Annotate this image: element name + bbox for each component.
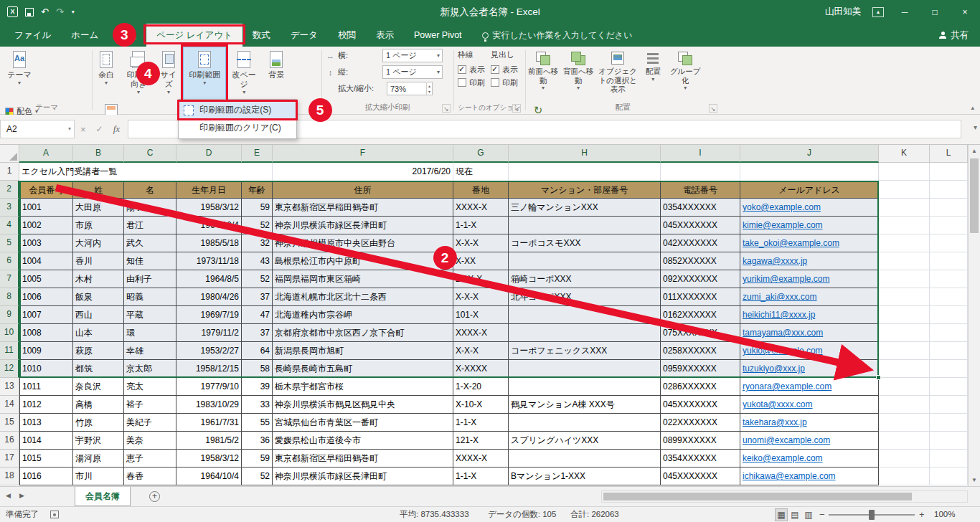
cell-J2[interactable]: メールアドレス xyxy=(740,181,879,199)
cell-H2[interactable]: マンション・部屋番号 xyxy=(509,181,661,199)
cell-H8[interactable]: 北斗コーポXXX xyxy=(509,288,661,306)
cell-K14[interactable] xyxy=(879,396,930,414)
row-header-15[interactable]: 15 xyxy=(0,414,19,432)
cell-I5[interactable]: 042XXXXXXX xyxy=(661,234,740,252)
excel-app-icon[interactable]: X xyxy=(7,6,18,17)
cell-A2[interactable]: 会員番号 xyxy=(19,181,73,199)
cell-D6[interactable]: 1973/11/18 xyxy=(176,252,242,270)
cell-B2[interactable]: 姓 xyxy=(73,181,124,199)
cell-A12[interactable]: 1010 xyxy=(19,360,73,378)
email-link[interactable]: ichikawa@example.com xyxy=(743,471,836,481)
selection-pane-button[interactable]: オブジェクトの選択と表示 xyxy=(597,47,639,100)
email-link[interactable]: take_okoi@example.com xyxy=(743,238,839,248)
cell-E16[interactable]: 36 xyxy=(242,432,273,450)
cell-D7[interactable]: 1964/8/5 xyxy=(176,270,242,288)
cell-C18[interactable]: 春香 xyxy=(124,468,176,485)
cell-I9[interactable]: 0162XXXXXX xyxy=(661,306,740,324)
email-link[interactable]: yukota@xxxx.com xyxy=(743,399,813,409)
cell-K8[interactable] xyxy=(879,288,930,306)
cell-H12[interactable] xyxy=(509,360,661,378)
cell-J3[interactable]: yoko@example.com xyxy=(740,199,879,217)
email-link[interactable]: keiko@example.com xyxy=(743,453,823,463)
cell-J7[interactable]: yurikim@example.com xyxy=(740,270,879,288)
cell-C6[interactable]: 知佳 xyxy=(124,252,176,270)
cell-J10[interactable]: tamayama@xxx.com xyxy=(740,324,879,342)
cell-K10[interactable] xyxy=(879,324,930,342)
cell-E8[interactable]: 37 xyxy=(242,288,273,306)
cell-H1[interactable] xyxy=(509,163,661,181)
tab-review[interactable]: 校閲 xyxy=(328,24,366,47)
select-all-button[interactable] xyxy=(0,145,19,163)
expand-formula-bar-icon[interactable] xyxy=(974,123,977,131)
cell-A7[interactable]: 1005 xyxy=(19,270,73,288)
cell-I4[interactable]: 045XXXXXXX xyxy=(661,217,740,234)
sheet-tab-active[interactable]: 会員名簿 xyxy=(75,487,131,506)
cell-J4[interactable]: kimie@example.com xyxy=(740,217,879,234)
cell-A13[interactable]: 1011 xyxy=(19,378,73,396)
menu-item-clear-print-area[interactable]: 印刷範囲のクリア(C) xyxy=(179,119,296,137)
cell-E9[interactable]: 47 xyxy=(242,306,273,324)
cell-J15[interactable]: takehara@xxx.jp xyxy=(740,414,879,432)
ribbon-display-options-icon[interactable] xyxy=(872,7,884,17)
cell-C16[interactable]: 美奈 xyxy=(124,432,176,450)
cell-C8[interactable]: 昭義 xyxy=(124,288,176,306)
scale-width-select[interactable]: 1 ページ xyxy=(382,49,443,62)
row-header-6[interactable]: 6 xyxy=(0,252,19,270)
cell-H7[interactable]: 箱崎コーポXXX xyxy=(509,270,661,288)
cell-H6[interactable] xyxy=(509,252,661,270)
cell-I17[interactable]: 0354XXXXXX xyxy=(661,450,740,468)
cell-A10[interactable]: 1008 xyxy=(19,324,73,342)
cell-J11[interactable]: yukio@example.com xyxy=(740,342,879,360)
cell-I16[interactable]: 0899XXXXXX xyxy=(661,432,740,450)
cell-H17[interactable] xyxy=(509,450,661,468)
cell-B3[interactable]: 大田原 xyxy=(73,199,124,217)
cancel-icon[interactable] xyxy=(80,124,86,135)
cell-A4[interactable]: 1002 xyxy=(19,217,73,234)
column-header-D[interactable]: D xyxy=(176,145,242,163)
cell-E17[interactable]: 59 xyxy=(242,450,273,468)
cell-H5[interactable]: コーポコスモXXX xyxy=(509,234,661,252)
tab-view[interactable]: 表示 xyxy=(366,24,404,47)
cell-E10[interactable]: 37 xyxy=(242,324,273,342)
step-down-icon[interactable] xyxy=(427,89,432,95)
email-link[interactable]: yoko@example.com xyxy=(743,202,821,212)
cell-B10[interactable]: 山本 xyxy=(73,324,124,342)
cell-G13[interactable]: 1-X-20 xyxy=(453,378,509,396)
cell-B16[interactable]: 宇野沢 xyxy=(73,432,124,450)
cell-D4[interactable]: 1964/10/4 xyxy=(176,217,242,234)
cell-I12[interactable]: 0959XXXXXX xyxy=(661,360,740,378)
restore-button[interactable] xyxy=(925,7,944,17)
cell-G5[interactable]: X-X-X xyxy=(453,234,509,252)
cell-C13[interactable]: 亮太 xyxy=(124,378,176,396)
cell-A6[interactable]: 1004 xyxy=(19,252,73,270)
orientation-button[interactable]: 印刷の向き xyxy=(123,47,154,100)
insert-function-button[interactable]: fx xyxy=(113,123,120,135)
email-link[interactable]: kagawa@xxxx.jp xyxy=(743,256,807,266)
cell-F8[interactable]: 北海道札幌市北区北十二条西 xyxy=(273,288,453,306)
cell-L3[interactable] xyxy=(930,199,968,217)
cell-K2[interactable] xyxy=(879,181,930,199)
cell-E4[interactable]: 52 xyxy=(242,217,273,234)
cell-J18[interactable]: ichikawa@example.com xyxy=(740,468,879,485)
cell-L8[interactable] xyxy=(930,288,968,306)
cell-C11[interactable]: 幸雄 xyxy=(124,342,176,360)
email-link[interactable]: yukio@example.com xyxy=(743,346,823,356)
cell-E18[interactable]: 52 xyxy=(242,468,273,485)
cell-K11[interactable] xyxy=(879,342,930,360)
cell-K9[interactable] xyxy=(879,306,930,324)
tell-me-box[interactable]: 実行したい作業を入力してください xyxy=(482,24,633,47)
zoom-slider[interactable] xyxy=(829,514,915,516)
cell-G16[interactable]: 121-X xyxy=(453,432,509,450)
cell-C3[interactable]: 陽子 xyxy=(124,199,176,217)
email-link[interactable]: ryonara@example.com xyxy=(743,381,831,392)
cell-G11[interactable]: X-X-X xyxy=(453,342,509,360)
cell-E7[interactable]: 52 xyxy=(242,270,273,288)
cell-D13[interactable]: 1977/9/10 xyxy=(176,378,242,396)
page-layout-view-button[interactable] xyxy=(788,508,801,521)
cell-D15[interactable]: 1961/7/31 xyxy=(176,414,242,432)
cell-L5[interactable] xyxy=(930,234,968,252)
cell-C14[interactable]: 裕子 xyxy=(124,396,176,414)
new-sheet-button[interactable] xyxy=(149,491,160,502)
print-area-button[interactable]: 印刷範囲 xyxy=(183,47,226,100)
row-header-13[interactable]: 13 xyxy=(0,378,19,396)
